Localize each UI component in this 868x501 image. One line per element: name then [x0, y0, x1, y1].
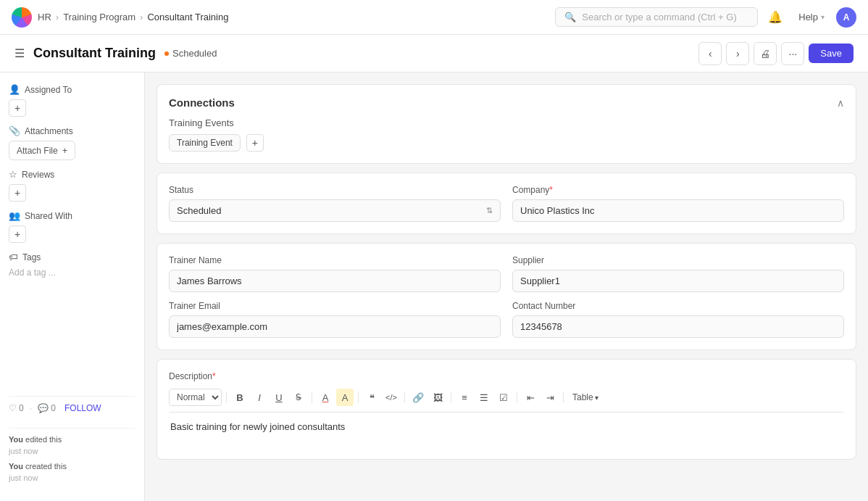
main-content: Connections ∧ Training Events Training E… [145, 73, 868, 501]
company-input[interactable] [512, 199, 844, 222]
italic-button[interactable]: I [251, 389, 268, 406]
table-label: Table [572, 392, 593, 402]
heart-icon: ♡ [9, 403, 17, 413]
comments-count: 0 [51, 403, 56, 413]
status-company-card: Status Scheduled ⇅ Company* [157, 173, 856, 234]
link-button[interactable]: 🔗 [409, 389, 427, 406]
breadcrumb-sep-2: › [140, 12, 143, 22]
text-style-select[interactable]: Normal [169, 389, 222, 406]
activity-section: You edited this just now You created thi… [9, 428, 135, 489]
trainer-email-contact-row: Trainer Email Contact Number [169, 301, 844, 338]
attach-file-button[interactable]: Attach File + [9, 141, 75, 160]
trainer-email-input[interactable] [169, 315, 501, 338]
supplier-input[interactable] [512, 270, 844, 292]
app-logo[interactable] [12, 7, 32, 28]
bold-button[interactable]: B [231, 389, 249, 406]
training-events-section: Training Events Training Event + [169, 117, 844, 152]
table-button[interactable]: Table ▾ [568, 389, 603, 406]
sidebar-section-tags: 🏷 Tags Add a tag ... [9, 252, 135, 278]
training-event-tag[interactable]: Training Event [169, 134, 241, 152]
indent-left-button[interactable]: ⇤ [522, 389, 539, 406]
more-button[interactable]: ··· [781, 42, 804, 65]
description-required-icon: * [212, 371, 216, 381]
user-avatar[interactable]: A [836, 7, 856, 28]
status-company-row: Status Scheduled ⇅ Company* [169, 185, 844, 222]
description-content[interactable]: Basic training for newly joined consulta… [169, 418, 844, 447]
shared-with-add-button[interactable]: + [9, 225, 26, 243]
connections-header: Connections ∧ [169, 96, 844, 109]
trainer-name-input[interactable] [169, 270, 501, 292]
reviews-header: ☆ Reviews [9, 169, 135, 180]
breadcrumb-hr[interactable]: HR [38, 12, 51, 22]
print-button[interactable]: 🖨 [754, 42, 777, 65]
status-select[interactable]: Scheduled ⇅ [169, 199, 501, 222]
assigned-to-header: 👤 Assigned To [9, 84, 135, 95]
company-label: Company* [512, 185, 844, 195]
contact-number-label: Contact Number [512, 301, 844, 311]
breadcrumb-training-program[interactable]: Training Program [63, 12, 135, 22]
contact-number-field: Contact Number [512, 301, 844, 338]
status-value: Scheduled [177, 205, 221, 216]
underline-button[interactable]: U [270, 389, 288, 406]
font-color-button[interactable]: A [317, 389, 334, 406]
unordered-list-button[interactable]: ☰ [475, 389, 493, 406]
code-button[interactable]: </> [383, 389, 400, 406]
add-tag-placeholder[interactable]: Add a tag ... [9, 268, 56, 278]
attach-plus-icon: + [62, 145, 68, 156]
connections-title: Connections [169, 96, 235, 109]
notification-bell[interactable]: 🔔 [764, 6, 787, 29]
company-required-icon: * [549, 185, 553, 195]
shared-with-label: Shared With [25, 211, 72, 221]
follow-button[interactable]: FOLLOW [64, 403, 101, 413]
top-nav: HR › Training Program › Consultant Train… [0, 0, 868, 35]
strikethrough-button[interactable]: S̶ [290, 389, 307, 406]
description-card: Description* Normal B I U S̶ A A ❝ </> 🔗 [157, 359, 856, 460]
comment-icon: 💬 [38, 403, 49, 413]
next-button[interactable]: › [726, 42, 749, 65]
add-training-event-button[interactable]: + [246, 134, 264, 152]
supplier-field: Supplier [512, 255, 844, 292]
contact-number-input[interactable] [512, 315, 844, 338]
ordered-list-button[interactable]: ≡ [456, 389, 473, 406]
breadcrumb-sep-1: › [56, 12, 59, 22]
collapse-icon[interactable]: ∧ [837, 97, 844, 109]
indent-right-button[interactable]: ⇥ [541, 389, 559, 406]
attachments-label: Attachments [25, 126, 73, 136]
task-list-button[interactable]: ☑ [495, 389, 512, 406]
search-bar[interactable]: 🔍 Search or type a command (Ctrl + G) [555, 7, 758, 27]
trainer-name-label: Trainer Name [169, 255, 501, 265]
sidebar-menu-icon[interactable]: ☰ [14, 46, 25, 60]
help-menu[interactable]: Help ▾ [793, 9, 830, 25]
help-label: Help [798, 12, 818, 22]
shared-with-header: 👥 Shared With [9, 210, 135, 221]
training-events-label: Training Events [169, 117, 844, 128]
attach-file-label: Attach File [17, 146, 58, 156]
search-placeholder-text: Search or type a command (Ctrl + G) [582, 12, 737, 22]
breadcrumb-current: Consultant Training [147, 12, 228, 22]
reviews-add-button[interactable]: + [9, 184, 26, 202]
company-field: Company* [512, 185, 844, 222]
tags-label: Tags [22, 252, 41, 262]
header-actions: ‹ › 🖨 ··· Save [698, 42, 854, 65]
activity-2-user: You [9, 462, 23, 471]
trainer-name-field: Trainer Name [169, 255, 501, 292]
activity-2-action: created this [23, 462, 67, 471]
tag-icon: 🏷 [9, 252, 18, 262]
attachments-header: 📎 Attachments [9, 125, 135, 136]
blockquote-button[interactable]: ❝ [363, 389, 380, 406]
trainer-name-supplier-row: Trainer Name Supplier [169, 255, 844, 292]
save-button[interactable]: Save [809, 44, 854, 63]
image-button[interactable]: 🖼 [429, 389, 446, 406]
likes-section[interactable]: ♡ 0 [9, 403, 24, 413]
assigned-to-add-button[interactable]: + [9, 99, 26, 117]
activity-1-time: just now [9, 447, 38, 455]
table-chevron-icon: ▾ [595, 394, 598, 402]
comments-section[interactable]: 💬 0 [38, 403, 56, 413]
breadcrumb: HR › Training Program › Consultant Train… [38, 12, 228, 22]
prev-button[interactable]: ‹ [698, 42, 722, 65]
activity-item-2: You created this just now [9, 461, 135, 484]
social-separator-dot: · [30, 402, 33, 413]
highlight-button[interactable]: A [336, 389, 354, 406]
search-icon: 🔍 [564, 12, 576, 22]
reviews-label: Reviews [22, 170, 54, 180]
